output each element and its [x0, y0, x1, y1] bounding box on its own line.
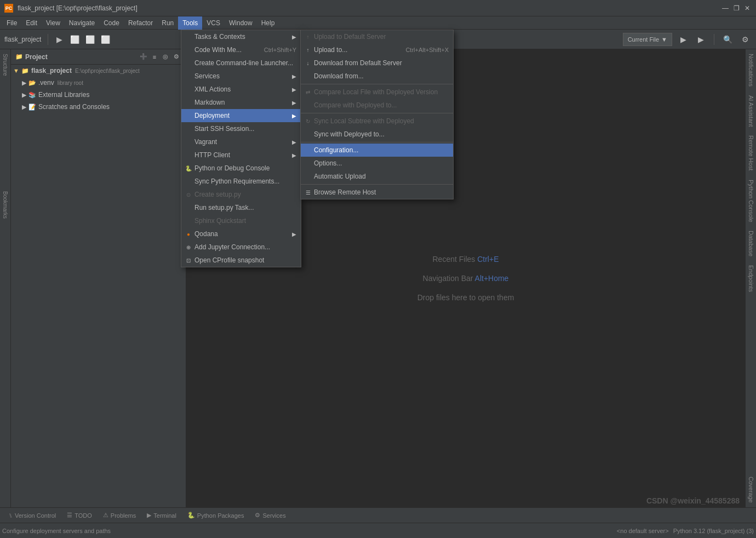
toolbar-debug-button[interactable]: ⬜: [68, 33, 81, 46]
services-tab[interactable]: ⚙ Services: [250, 509, 290, 522]
deploy-upload-to[interactable]: ↑ Upload to... Ctrl+Alt+Shift+X: [301, 43, 453, 56]
project-panel: 📁 Project ➕ ≡ ◎ ⚙ ▼ 📁 flask_project E:\o…: [11, 49, 186, 507]
toolbar-stop-button[interactable]: ⬜: [83, 33, 96, 46]
code-with-me-shortcut: Ctrl+Shift+Y: [264, 47, 296, 53]
panel-settings-button[interactable]: ⚙: [171, 52, 181, 62]
deployment-submenu: ↑ Upload to Default Server ↑ Upload to..…: [300, 30, 454, 199]
project-panel-header: 📁 Project ➕ ≡ ◎ ⚙: [11, 49, 186, 65]
deploy-compare-deployed: Compare with Deployed to...: [301, 99, 453, 112]
menu-qodana[interactable]: ● Qodana ▶: [181, 227, 301, 241]
left-icon-strip: Structure Bookmarks: [0, 49, 11, 507]
toolbar-build-button[interactable]: ⬜: [99, 33, 112, 46]
menu-file[interactable]: File: [2, 16, 21, 30]
menu-code[interactable]: Code: [99, 16, 124, 30]
bookmarks-panel-label[interactable]: Bookmarks: [2, 189, 8, 221]
close-button[interactable]: ✕: [743, 4, 752, 13]
menu-services[interactable]: Services ▶: [181, 70, 301, 83]
menu-jupyter[interactable]: ⊕ Add Jupyter Connection...: [181, 241, 301, 254]
toolbar-debug-config-button[interactable]: ▶: [694, 33, 707, 46]
deploy-sync-local: ↻ Sync Local Subtree with Deployed: [301, 115, 453, 128]
project-panel-title: Project: [25, 53, 136, 61]
menu-create-launcher[interactable]: Create Command-line Launcher...: [181, 56, 301, 70]
endpoints-label[interactable]: Endpoints: [747, 261, 755, 296]
deploy-download-from[interactable]: Download from...: [301, 70, 453, 83]
compare-local-icon: ⇄: [304, 88, 312, 96]
tree-ext-libs[interactable]: ▶ 📚 External Libraries: [11, 89, 186, 101]
deploy-sync-deployed[interactable]: Sync with Deployed to...: [301, 128, 453, 141]
structure-panel-label[interactable]: Structure: [2, 51, 8, 78]
deploy-options[interactable]: Options...: [301, 157, 453, 170]
menu-run-setup[interactable]: Run setup.py Task...: [181, 201, 301, 214]
minimize-button[interactable]: —: [721, 4, 730, 13]
menu-navigate[interactable]: Navigate: [65, 16, 99, 30]
version-control-tab[interactable]: ⑊ Version Control: [4, 509, 60, 522]
todo-tab[interactable]: ☰ TODO: [62, 509, 96, 522]
terminal-tab[interactable]: ▶ Terminal: [142, 509, 181, 522]
ai-assistant-label[interactable]: AI Assistant: [747, 91, 755, 131]
python-console-label[interactable]: Python Console: [747, 175, 755, 227]
drop-files-hint: Drop files here to open them: [417, 288, 514, 307]
menu-code-with-me[interactable]: Code With Me... Ctrl+Shift+Y: [181, 43, 301, 56]
panel-add-button[interactable]: ➕: [139, 52, 148, 62]
menu-python-debug-console[interactable]: 🐍 Python or Debug Console: [181, 162, 301, 175]
menu-deployment[interactable]: Deployment ▶: [181, 109, 301, 122]
problems-icon: ⚠: [103, 512, 108, 519]
deploy-compare-local: ⇄ Compare Local File with Deployed Versi…: [301, 85, 453, 99]
problems-tab[interactable]: ⚠ Problems: [99, 509, 140, 522]
deploy-auto-upload[interactable]: Automatic Upload: [301, 170, 453, 183]
menu-sync-requirements[interactable]: Sync Python Requirements...: [181, 175, 301, 188]
maximize-button[interactable]: ❐: [732, 4, 741, 13]
toolbar-run-config-button[interactable]: ▶: [677, 33, 690, 46]
tree-scratches-icon: 📝: [28, 104, 36, 111]
deploy-download-default[interactable]: ↓ Download from Default Server: [301, 56, 453, 70]
remote-host-label[interactable]: Remote Host: [747, 131, 755, 175]
menu-sphinx: Sphinx Quickstart: [181, 214, 301, 227]
status-bar-right: <no default server> Python 3.12 (flask_p…: [617, 528, 754, 534]
version-control-icon: ⑊: [9, 512, 13, 519]
menu-xml-actions[interactable]: XML Actions ▶: [181, 83, 301, 96]
tree-ext-icon: 📚: [28, 91, 36, 99]
python-packages-tab[interactable]: 🐍 Python Packages: [183, 509, 249, 522]
todo-icon: ☰: [67, 512, 72, 519]
database-label[interactable]: Database: [747, 226, 755, 261]
python-packages-icon: 🐍: [187, 512, 195, 519]
toolbar-separator-2: [714, 34, 714, 45]
panel-collapse-button[interactable]: ≡: [150, 52, 159, 62]
toolbar-run-button[interactable]: ▶: [53, 33, 66, 46]
menu-tasks[interactable]: Tasks & Contexts ▶: [181, 30, 301, 43]
menu-tools[interactable]: Tools: [178, 16, 202, 30]
menu-cprofile[interactable]: ⊡ Open CProfile snapshot: [181, 254, 301, 267]
cprofile-icon: ⊡: [185, 256, 192, 264]
vagrant-arrow: ▶: [292, 139, 296, 145]
tree-venv[interactable]: ▶ 📂 .venv library root: [11, 77, 186, 89]
tree-root[interactable]: ▼ 📁 flask_project E:\opt\project\flask_p…: [11, 65, 186, 77]
menu-markdown[interactable]: Markdown ▶: [181, 96, 301, 109]
toolbar-settings-button[interactable]: ⚙: [738, 33, 752, 46]
recent-files-shortcut: Ctrl+E: [477, 255, 499, 264]
menu-refactor[interactable]: Refactor: [124, 16, 157, 30]
menu-run[interactable]: Run: [157, 16, 178, 30]
menu-view[interactable]: View: [42, 16, 65, 30]
create-setup-icon: ⊙: [185, 191, 192, 198]
menu-help[interactable]: Help: [257, 16, 279, 30]
deploy-configuration[interactable]: Configuration...: [301, 144, 453, 157]
toolbar-search-button[interactable]: 🔍: [721, 33, 734, 46]
menu-edit[interactable]: Edit: [21, 16, 42, 30]
coverage-label[interactable]: Coverage: [747, 472, 755, 507]
menu-vcs[interactable]: VCS: [202, 16, 225, 30]
menu-vagrant[interactable]: Vagrant ▶: [181, 135, 301, 148]
project-name-label: flask_project: [4, 36, 41, 43]
xml-arrow: ▶: [292, 87, 296, 93]
menu-http-client[interactable]: HTTP Client ▶: [181, 148, 301, 162]
tree-scratches[interactable]: ▶ 📝 Scratches and Consoles: [11, 101, 186, 113]
upload-to-shortcut: Ctrl+Alt+Shift+X: [405, 47, 449, 53]
deploy-browse-remote[interactable]: ☰ Browse Remote Host: [301, 186, 453, 199]
menu-create-setup: ⊙ Create setup.py: [181, 188, 301, 201]
menu-window[interactable]: Window: [225, 16, 257, 30]
menu-ssh[interactable]: Start SSH Session...: [181, 122, 301, 135]
python-version-label: Python 3.12 (flask_project) (3): [673, 528, 754, 534]
notifications-panel-label[interactable]: Notifications: [747, 49, 755, 91]
current-file-selector[interactable]: Current File ▼: [623, 33, 672, 46]
tasks-arrow: ▶: [292, 34, 296, 40]
panel-scroll-button[interactable]: ◎: [161, 52, 170, 62]
